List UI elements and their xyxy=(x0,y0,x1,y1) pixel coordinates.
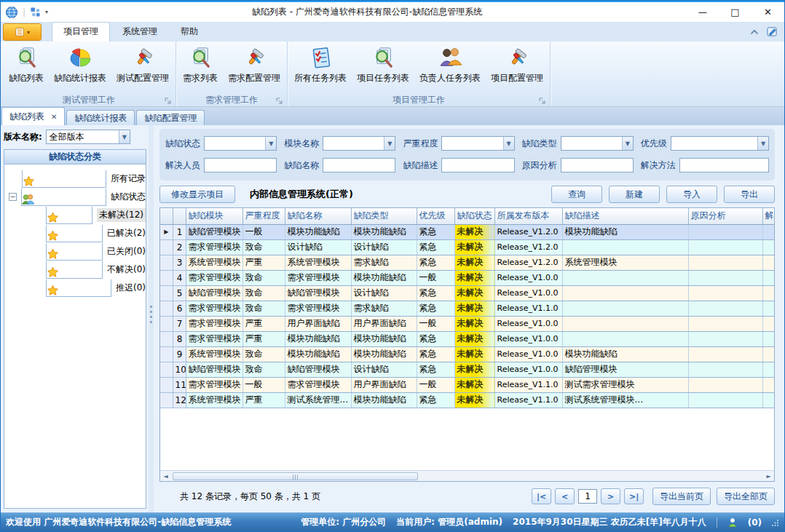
table-row[interactable]: 8需求管理模块严重模块功能缺陷模块功能缺陷紧急未解决Release_V1.0.0 xyxy=(160,331,775,346)
export-all-pages-button[interactable]: 导出全部页 xyxy=(717,488,775,505)
first-page-button[interactable]: |< xyxy=(532,488,551,504)
cell-name: 需求管理模块 xyxy=(285,377,351,392)
tree-item-wontfix[interactable]: 不解决(0) xyxy=(4,261,146,279)
table-row[interactable]: 12系统管理模块严重测试系统管理...模块功能缺陷紧急未解决Release_V1… xyxy=(160,392,775,408)
tree-item-resolved[interactable]: 已解决(2) xyxy=(4,224,146,242)
table-row[interactable]: 5缺陷管理模块致命缺陷管理模块设计缺陷紧急未解决Release_V1.0.0 xyxy=(160,285,775,301)
defect-desc-filter[interactable] xyxy=(441,158,514,172)
dialog-launcher-icon[interactable] xyxy=(539,97,546,104)
app-menu-button[interactable]: ▾ xyxy=(3,23,42,41)
cell-severity: 致命 xyxy=(242,285,285,301)
defect-report-button[interactable]: 缺陷统计报表 xyxy=(49,43,111,93)
doc-tab-defect-config[interactable]: 缺陷配置管理 xyxy=(136,110,205,125)
prev-page-button[interactable]: < xyxy=(555,488,575,504)
severity-filter[interactable]: ▼ xyxy=(441,136,514,151)
table-row[interactable]: 10缺陷管理模块致命缺陷管理模块设计缺陷紧急未解决Release_V1.0.0缺… xyxy=(160,362,775,377)
export-current-page-button[interactable]: 导出当前页 xyxy=(652,488,711,505)
requirement-config-button[interactable]: 需求配置管理 xyxy=(223,43,285,93)
table-row[interactable]: 3系统管理模块严重系统管理模块需求缺陷紧急未解决Release_V1.2.0系统… xyxy=(160,255,775,270)
table-row[interactable]: 2需求管理模块致命设计缺陷设计缺陷紧急未解决Release_V1.2.0 xyxy=(160,239,775,255)
cell-description: 测试系统管理模块... xyxy=(562,392,688,408)
col-release[interactable]: 所属发布版本 xyxy=(494,208,562,224)
page-number-input[interactable] xyxy=(578,489,597,504)
col-status[interactable]: 缺陷状态 xyxy=(454,208,494,224)
tree-item-closed[interactable]: 已关闭(0) xyxy=(4,242,146,261)
all-tasks-button[interactable]: 所有任务列表 xyxy=(289,43,352,93)
project-config-button[interactable]: 项目配置管理 xyxy=(486,43,548,93)
online-count: (0) xyxy=(748,517,762,528)
cell-module: 缺陷管理模块 xyxy=(186,285,242,301)
ribbon-collapse-icon[interactable] xyxy=(750,29,759,35)
cause-filter[interactable] xyxy=(561,158,634,172)
col-severity[interactable]: 严重程度 xyxy=(242,208,285,224)
table-row[interactable]: 6需求管理模块致命需求管理模块需求缺陷紧急未解决Release_V1.1.0 xyxy=(160,301,775,316)
horizontal-scrollbar[interactable]: ◄ ► xyxy=(160,470,774,481)
tree-item-defect-status[interactable]: −缺陷状态 xyxy=(4,188,146,206)
solver-filter[interactable] xyxy=(204,158,277,172)
scroll-right-icon[interactable]: ► xyxy=(763,473,774,480)
module-name-filter[interactable]: ▼ xyxy=(323,136,395,151)
col-name[interactable]: 缺陷名称 xyxy=(285,208,351,224)
col-priority[interactable]: 优先级 xyxy=(417,208,454,224)
requirement-list-button[interactable]: 需求列表 xyxy=(178,43,223,93)
modify-columns-button[interactable]: 修改显示项目 xyxy=(159,186,235,203)
scroll-left-icon[interactable]: ◄ xyxy=(160,473,171,480)
dialog-launcher-icon[interactable] xyxy=(165,97,172,104)
ribbon-group-caption: 测试管理工作 xyxy=(63,94,115,106)
tree-item-unresolved[interactable]: 未解决(12) xyxy=(4,206,146,224)
collapse-icon[interactable]: − xyxy=(9,193,17,201)
col-type[interactable]: 缺陷类型 xyxy=(351,208,417,224)
defect-status-filter[interactable]: ▼ xyxy=(204,136,277,151)
tab-project-mgmt[interactable]: 项目管理 xyxy=(52,22,110,41)
project-status-label: 内部信息管理系统(正常) xyxy=(250,188,353,201)
cell-solution xyxy=(762,392,775,408)
solution-filter[interactable] xyxy=(679,158,769,172)
scrollbar-thumb[interactable] xyxy=(173,472,418,480)
next-page-button[interactable]: > xyxy=(601,488,620,504)
maximize-button[interactable]: □ xyxy=(719,2,752,22)
close-button[interactable]: ✕ xyxy=(752,2,784,22)
cell-solution xyxy=(762,255,775,270)
tree-item-all-records[interactable]: 所有记录 xyxy=(4,170,146,188)
project-tasks-button[interactable]: 项目任务列表 xyxy=(352,43,414,93)
query-button[interactable]: 查询 xyxy=(551,186,602,203)
new-button[interactable]: 新建 xyxy=(609,186,660,203)
col-description[interactable]: 缺陷描述 xyxy=(562,208,688,224)
cell-name: 缺陷管理模块 xyxy=(285,285,351,301)
version-combo[interactable]: 全部版本 ▼ xyxy=(46,130,130,144)
dialog-launcher-icon[interactable] xyxy=(276,97,283,104)
table-row[interactable]: 4需求管理模块致命需求管理模块模块功能缺陷一般未解决Release_V1.0.0 xyxy=(160,270,775,285)
last-page-button[interactable]: >| xyxy=(624,488,644,504)
tree-item-postponed[interactable]: 推迟(0) xyxy=(4,279,146,297)
col-solution[interactable]: 解决方法 xyxy=(762,208,775,224)
status-bar: 欢迎使用 广州爱奇迪软件科技有限公司-缺陷信息管理系统 管理单位: 广州分公司 … xyxy=(1,512,784,531)
tab-system-mgmt[interactable]: 系统管理 xyxy=(111,23,168,41)
defect-type-filter[interactable]: ▼ xyxy=(561,136,634,151)
cell-status: 未解决 xyxy=(454,239,494,255)
doc-tab-defect-report[interactable]: 缺陷统计报表 xyxy=(66,110,135,125)
defect-name-filter[interactable] xyxy=(323,158,395,172)
about-icon[interactable] xyxy=(766,25,778,38)
table-row[interactable]: 7需求管理模块严重用户界面缺陷用户界面缺陷一般未解决Release_V1.0.0 xyxy=(160,316,775,331)
table-row[interactable]: 9系统管理模块致命模块功能缺陷模块功能缺陷紧急未解决Release_V1.0.0… xyxy=(160,346,775,362)
tab-help[interactable]: 帮助 xyxy=(170,23,209,41)
cell-cause xyxy=(688,285,762,301)
col-module[interactable]: 缺陷模块 xyxy=(186,208,242,224)
doc-tab-defect-list[interactable]: 缺陷列表✕ xyxy=(1,107,65,125)
test-config-button[interactable]: 测试配置管理 xyxy=(111,43,174,93)
col-cause[interactable]: 原因分析 xyxy=(688,208,762,224)
close-tab-icon[interactable]: ✕ xyxy=(51,113,57,121)
quick-access-grid-icon[interactable] xyxy=(30,7,41,17)
table-row[interactable]: ▶1缺陷管理模块一般模块功能缺陷模块功能缺陷紧急未解决Release_V1.2.… xyxy=(160,224,775,239)
splitter-handle[interactable] xyxy=(149,125,154,512)
priority-filter[interactable]: ▼ xyxy=(671,136,769,151)
resize-grip[interactable] xyxy=(772,519,779,526)
import-button[interactable]: 导入 xyxy=(666,186,717,203)
tree-item-label: 未解决(12) xyxy=(97,208,146,222)
defect-list-button[interactable]: 缺陷列表 xyxy=(4,43,49,93)
export-button[interactable]: 导出 xyxy=(724,186,775,203)
owner-tasks-button[interactable]: 负责人任务列表 xyxy=(414,43,486,93)
minimize-button[interactable]: — xyxy=(686,2,719,22)
app-window: | ▾ 缺陷列表 - 广州爱奇迪软件科技有限公司-缺陷信息管理系统 — □ ✕ … xyxy=(0,0,785,532)
table-row[interactable]: 11需求管理模块一般需求管理模块用户界面缺陷一般未解决Release_V1.1.… xyxy=(160,377,775,392)
